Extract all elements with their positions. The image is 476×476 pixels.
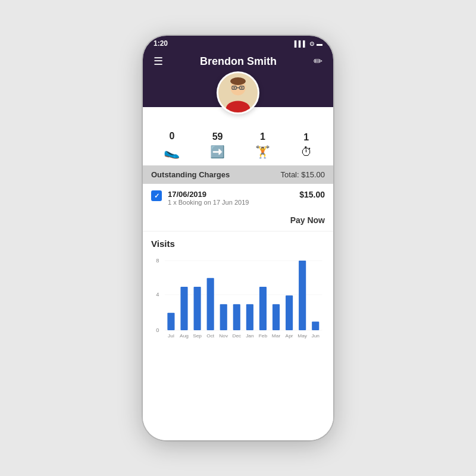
battery-icon: ▬ — [317, 40, 322, 47]
bar-Nov — [220, 304, 227, 330]
svg-point-8 — [241, 87, 243, 89]
status-bar: 1:20 ▌▌▌ ⊙ ▬ — [143, 36, 333, 50]
charge-amount: $15.00 — [299, 190, 325, 199]
visits-title: Visits — [151, 239, 325, 249]
bar-Feb — [259, 287, 267, 330]
charge-date: 17/06/2019 — [168, 190, 293, 199]
charge-description: 1 x Booking on 17 Jun 2019 — [168, 199, 293, 206]
visits-chart: 8 4 0 JulAugSepOctNovDecJanFebMarAprMayJ… — [151, 253, 325, 349]
status-icons: ▌▌▌ ⊙ ▬ — [295, 40, 322, 47]
svg-text:Sep: Sep — [193, 333, 202, 339]
workout-icon: 🏋 — [255, 145, 270, 159]
svg-point-3 — [230, 77, 246, 85]
signal-icon: ▌▌▌ — [295, 40, 307, 47]
timer-icon: ⏱ — [300, 145, 312, 159]
svg-text:Apr: Apr — [286, 333, 293, 339]
page-title: Brendon Smith — [200, 55, 277, 68]
pay-now-button[interactable]: Pay Now — [290, 215, 325, 225]
stat-checkins: 59 ➡️ — [210, 131, 225, 159]
bar-Dec — [233, 304, 240, 330]
bar-Jul — [167, 313, 174, 330]
charge-checkbox[interactable] — [151, 190, 162, 201]
svg-text:Aug: Aug — [180, 333, 189, 339]
avatar-svg — [218, 71, 258, 112]
bar-Jan — [246, 304, 253, 330]
bar-Mar — [273, 304, 280, 330]
charges-total: Total: $15.00 — [281, 170, 325, 179]
stats-section: 0 🥿 59 ➡️ 1 🏋 1 ⏱ — [143, 107, 333, 165]
svg-text:Jun: Jun — [312, 333, 320, 339]
phone-frame: 1:20 ▌▌▌ ⊙ ▬ ☰ Brendon Smith ✏ — [143, 36, 333, 440]
avatar — [217, 71, 259, 114]
stat-workouts: 1 🏋 — [255, 131, 270, 159]
svg-text:8: 8 — [156, 258, 159, 264]
status-time: 1:20 — [154, 39, 168, 48]
avatar-section — [143, 77, 333, 107]
svg-text:Jul: Jul — [168, 333, 174, 339]
svg-text:Mar: Mar — [272, 333, 281, 339]
bar-Oct — [207, 278, 214, 330]
charges-header: Outstanding Charges Total: $15.00 — [143, 165, 333, 184]
svg-text:Nov: Nov — [219, 333, 228, 339]
svg-text:Jan: Jan — [246, 333, 253, 339]
menu-icon[interactable]: ☰ — [154, 55, 163, 68]
stat-footsteps: 0 🥿 — [164, 131, 180, 159]
svg-point-7 — [233, 87, 235, 89]
pay-now-row: Pay Now — [143, 212, 333, 231]
svg-text:0: 0 — [156, 327, 159, 333]
svg-text:4: 4 — [156, 292, 159, 298]
bar-May — [299, 261, 306, 330]
chart-area: 8 4 0 JulAugSepOctNovDecJanFebMarAprMayJ… — [151, 253, 325, 349]
svg-text:May: May — [298, 333, 308, 339]
stat-timer: 1 ⏱ — [300, 132, 312, 159]
svg-text:Dec: Dec — [232, 333, 241, 339]
svg-text:Oct: Oct — [206, 333, 215, 339]
stat-workouts-value: 1 — [260, 131, 265, 142]
charges-title: Outstanding Charges — [151, 170, 230, 179]
svg-text:Feb: Feb — [259, 333, 268, 339]
bar-Jun — [312, 321, 319, 330]
bar-Sep — [194, 287, 201, 330]
bar-Apr — [286, 296, 293, 331]
stat-footsteps-value: 0 — [169, 131, 174, 142]
visits-section: Visits 8 4 0 JulAugSepOctNovDecJanFebMar… — [143, 231, 333, 440]
checkin-icon: ➡️ — [210, 145, 225, 159]
bar-Aug — [180, 287, 187, 330]
stat-checkins-value: 59 — [212, 131, 223, 142]
stat-timer-value: 1 — [303, 132, 309, 143]
footsteps-icon: 🥿 — [164, 144, 180, 159]
charge-details: 17/06/2019 1 x Booking on 17 Jun 2019 — [168, 190, 293, 206]
wifi-icon: ⊙ — [309, 40, 314, 47]
edit-icon[interactable]: ✏ — [314, 55, 322, 68]
charge-row: 17/06/2019 1 x Booking on 17 Jun 2019 $1… — [143, 184, 333, 212]
